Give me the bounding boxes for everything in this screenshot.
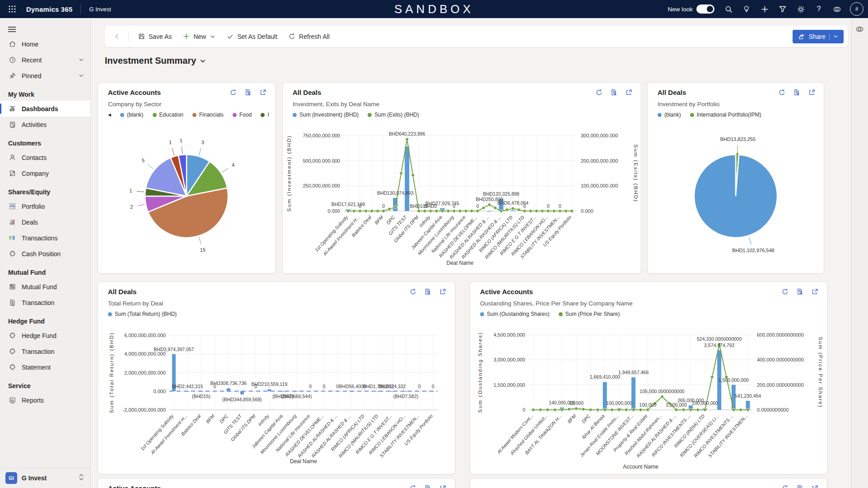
dashboard-selector[interactable]: Investment Summary: [105, 56, 206, 66]
bar-jabreen-capital-asia[interactable]: [281, 391, 285, 392]
line-point[interactable]: [565, 210, 568, 213]
bar-rimco-e-g-t-invest[interactable]: [390, 391, 394, 392]
line-point[interactable]: [482, 206, 485, 210]
sidebar-item-pinned[interactable]: Pinned: [0, 68, 90, 84]
sidebar-item-recent[interactable]: Recent: [0, 52, 90, 68]
bar-rimco-africa-ltd[interactable]: [511, 211, 515, 211]
bar-rimco-lebanon-ho[interactable]: [404, 391, 408, 392]
refresh-icon[interactable]: [595, 89, 603, 96]
refresh-all-button[interactable]: Refresh All: [283, 29, 335, 44]
line-point[interactable]: [689, 408, 692, 412]
bar-rashed-alrashed[interactable]: [350, 391, 353, 392]
bar-al-awael-investment-h[interactable]: [186, 391, 189, 392]
sidebar-item-mutual-fund[interactable]: Mutual Fund: [0, 279, 90, 295]
line-point[interactable]: [710, 375, 714, 379]
sidebar-item-activities[interactable]: Activities: [0, 117, 90, 132]
bar-infinity[interactable]: [267, 389, 271, 391]
pie-slice-blank[interactable]: [694, 155, 777, 238]
sidebar-item-transaction[interactable]: Transaction: [0, 295, 90, 310]
refresh-icon[interactable]: [409, 484, 417, 488]
back-icon[interactable]: [109, 29, 125, 44]
line-point[interactable]: [417, 210, 420, 213]
line-point[interactable]: [646, 408, 649, 412]
line-point[interactable]: [535, 210, 538, 213]
view-records-icon[interactable]: [424, 484, 432, 488]
line-point[interactable]: [364, 210, 368, 213]
sidebar-footer-area[interactable]: GI G Invest: [0, 468, 90, 488]
chevron-down-icon[interactable]: [79, 56, 84, 64]
popout-icon[interactable]: [439, 288, 447, 296]
legend-item-sum-exits-bhd[interactable]: Sum (Exits) (BHD): [368, 112, 419, 118]
line-point[interactable]: [611, 408, 614, 412]
popout-icon[interactable]: [439, 484, 447, 488]
line-point[interactable]: [675, 408, 678, 412]
line-point[interactable]: [546, 408, 549, 412]
view-records-icon[interactable]: [796, 484, 804, 488]
line-point[interactable]: [411, 174, 415, 177]
line-point[interactable]: [696, 408, 700, 412]
line-point[interactable]: [447, 210, 450, 213]
popout-icon[interactable]: [811, 484, 819, 488]
line-point[interactable]: [732, 408, 735, 412]
user-avatar[interactable]: #: [850, 2, 863, 16]
bar-gits-test[interactable]: [240, 391, 244, 394]
filter-icon[interactable]: [776, 2, 789, 16]
set-as-default-button[interactable]: Set As Default: [221, 29, 283, 44]
chevron-down-icon[interactable]: [833, 34, 838, 39]
sidebar-item-reports[interactable]: Reports: [0, 392, 90, 408]
popout-icon[interactable]: [625, 89, 633, 96]
legend-item-sum-price-per-share[interactable]: Sum (Price Per Share): [559, 311, 620, 317]
refresh-icon[interactable]: [409, 288, 417, 296]
sidebar-item-contacts[interactable]: Contacts: [0, 150, 90, 165]
line-point[interactable]: [505, 208, 509, 211]
line-point[interactable]: [625, 408, 628, 412]
sidebar-item-deals[interactable]: Deals: [0, 214, 90, 230]
new-button[interactable]: New: [177, 29, 221, 44]
refresh-icon[interactable]: [778, 89, 786, 96]
lightbulb-icon[interactable]: [740, 2, 753, 16]
environment-picker-icon[interactable]: [79, 474, 84, 483]
line-point[interactable]: [704, 408, 707, 412]
popout-icon[interactable]: [808, 89, 816, 96]
line-point[interactable]: [511, 207, 514, 210]
legend-item-education[interactable]: Education: [153, 112, 183, 118]
view-records-icon[interactable]: [793, 89, 801, 96]
line-point[interactable]: [618, 408, 621, 412]
line-point[interactable]: [639, 408, 642, 412]
line-point[interactable]: [494, 206, 497, 210]
line-point[interactable]: [441, 210, 444, 213]
line-point[interactable]: [347, 210, 350, 213]
legend-item-i[interactable]: I: [261, 112, 269, 118]
line-point[interactable]: [739, 408, 742, 412]
bar-rashed-alrashed[interactable]: [487, 211, 492, 211]
new-look-toggle[interactable]: [696, 5, 714, 14]
search-icon[interactable]: [722, 2, 735, 16]
line-point[interactable]: [546, 210, 550, 213]
line-point[interactable]: [382, 210, 385, 213]
popout-icon[interactable]: [259, 89, 267, 96]
legend-item-sum-investment-bhd[interactable]: Sum (Investment) (BHD): [293, 112, 359, 118]
line-point[interactable]: [394, 206, 397, 209]
view-records-icon[interactable]: [424, 288, 432, 296]
line-point[interactable]: [453, 210, 456, 213]
bar-dpc[interactable]: [227, 388, 230, 391]
copilot-icon[interactable]: [830, 2, 844, 16]
sidebar-item-transactions[interactable]: €$Transactions: [0, 230, 90, 246]
view-records-icon[interactable]: [796, 288, 804, 296]
line-point[interactable]: [464, 210, 467, 213]
legend-item-sum-oustanding-shares[interactable]: Sum (Oustanding Shares): [480, 311, 550, 317]
line-point[interactable]: [560, 408, 564, 412]
line-point[interactable]: [406, 138, 409, 141]
share-button[interactable]: Share: [793, 30, 844, 43]
line-point[interactable]: [553, 210, 556, 213]
sidebar-item-hedge-fund[interactable]: Hedge Fund: [0, 328, 90, 343]
line-point[interactable]: [582, 408, 585, 411]
line-point[interactable]: [435, 210, 438, 213]
line-point[interactable]: [470, 210, 473, 213]
sidebar-item-cash-position[interactable]: Cash Position: [0, 246, 90, 262]
line-point[interactable]: [353, 210, 356, 213]
line-point[interactable]: [568, 408, 571, 411]
line-point[interactable]: [570, 210, 574, 213]
sidebar-item-transaction[interactable]: Transaction: [0, 343, 90, 359]
legend-prev-icon[interactable]: ◀: [108, 113, 111, 117]
